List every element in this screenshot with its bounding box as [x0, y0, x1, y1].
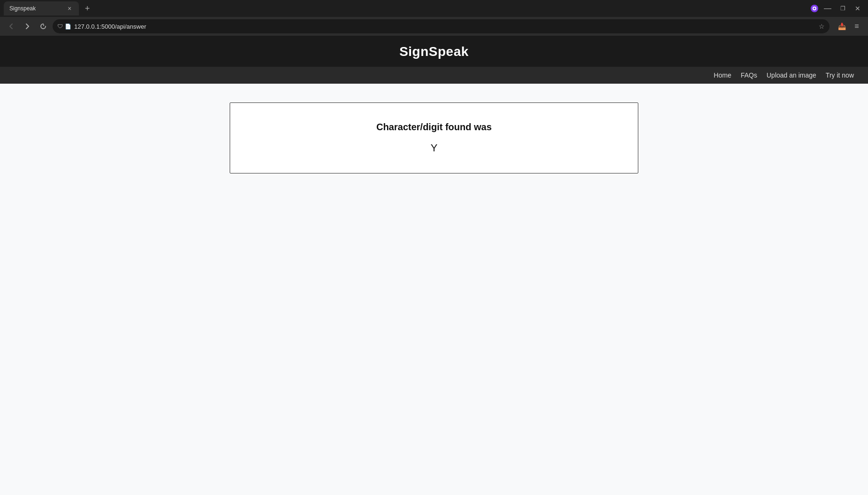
forward-icon	[24, 23, 31, 30]
site-title: SignSpeak	[0, 44, 868, 59]
browser-icon	[810, 4, 819, 13]
tab-close-button[interactable]: ×	[66, 5, 73, 12]
menu-button[interactable]: ≡	[850, 20, 863, 33]
tab-bar: Signspeak × + — ❐ ✕	[0, 0, 868, 17]
browser-chrome: Signspeak × + — ❐ ✕	[0, 0, 868, 36]
close-window-button[interactable]: ✕	[851, 2, 864, 15]
minimize-button[interactable]: —	[821, 2, 834, 15]
pocket-button[interactable]: 📥	[835, 20, 848, 33]
bookmark-star-icon[interactable]: ☆	[819, 23, 825, 30]
lock-icon: 📄	[65, 24, 71, 30]
forward-button[interactable]	[21, 20, 34, 33]
address-bar-icons: 🛡 📄	[57, 23, 71, 30]
back-icon	[8, 23, 15, 30]
browser-controls: — ❐ ✕	[810, 2, 864, 15]
browser-toolbar: 🛡 📄 ☆ 📥 ≡	[0, 17, 868, 36]
result-card: Character/digit found was Y	[230, 102, 638, 173]
shield-icon: 🛡	[57, 23, 63, 30]
reload-button[interactable]	[37, 20, 50, 33]
site-nav: Home FAQs Upload an image Try it now	[0, 67, 868, 84]
result-value: Y	[240, 142, 628, 154]
result-label: Character/digit found was	[240, 122, 628, 133]
nav-upload-image[interactable]: Upload an image	[767, 71, 816, 79]
main-content: Character/digit found was Y	[0, 84, 868, 192]
active-tab[interactable]: Signspeak ×	[4, 1, 79, 16]
nav-faqs[interactable]: FAQs	[741, 71, 757, 79]
site-header: SignSpeak	[0, 36, 868, 67]
new-tab-button[interactable]: +	[81, 2, 94, 15]
restore-button[interactable]: ❐	[836, 2, 849, 15]
address-bar[interactable]: 🛡 📄 ☆	[53, 19, 829, 33]
reload-icon	[40, 23, 46, 30]
url-input[interactable]	[74, 23, 816, 30]
back-button[interactable]	[5, 20, 18, 33]
svg-point-2	[814, 8, 815, 9]
toolbar-right: 📥 ≡	[835, 20, 863, 33]
nav-home[interactable]: Home	[714, 71, 731, 79]
webpage-content: SignSpeak Home FAQs Upload an image Try …	[0, 36, 868, 495]
nav-try-now[interactable]: Try it now	[826, 71, 854, 79]
tab-title: Signspeak	[9, 5, 62, 12]
